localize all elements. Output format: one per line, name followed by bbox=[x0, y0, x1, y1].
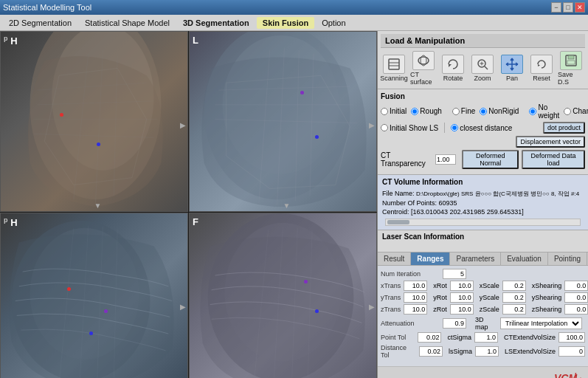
minimize-button[interactable]: − bbox=[551, 2, 561, 13]
displacement-vector-button[interactable]: Displacement vector bbox=[516, 136, 585, 148]
zrot-input[interactable] bbox=[450, 304, 474, 315]
attenuation-label: Attenuation bbox=[381, 320, 440, 327]
menu-3d-segmentation[interactable]: 3D Segmentation bbox=[177, 17, 255, 29]
ranges-content: Num Iteration xTrans xRot xScale xSheari… bbox=[378, 266, 588, 366]
viewport-topleft-label: p H bbox=[4, 35, 18, 47]
menu-2d-segmentation[interactable]: 2D Segmentation bbox=[3, 17, 77, 29]
tab-parameters[interactable]: Parameters bbox=[450, 252, 501, 265]
initial-rough-group: Initial Rough bbox=[381, 107, 442, 115]
fine-nonrigid-group: Fine NonRigid bbox=[452, 107, 519, 115]
tool-zoom[interactable]: Zoom bbox=[469, 55, 496, 82]
zshearing-input[interactable] bbox=[564, 304, 588, 315]
ct-transparency-value[interactable]: 1.00 bbox=[435, 154, 456, 165]
svg-rect-42 bbox=[568, 55, 574, 59]
svg-text:I: I bbox=[575, 372, 577, 378]
xscale-input[interactable] bbox=[502, 281, 526, 291]
deformed-data-load-button[interactable]: Deformed Data load bbox=[522, 150, 585, 169]
tool-icons-bar: Scanning CT surface Rotate bbox=[381, 51, 585, 86]
svg-line-37 bbox=[485, 66, 488, 69]
close-button[interactable]: ✕ bbox=[575, 2, 585, 13]
zscale-input[interactable] bbox=[502, 304, 526, 315]
yscale-input[interactable] bbox=[502, 292, 526, 303]
menu-statistical-shape[interactable]: Statistical Shape Model bbox=[79, 17, 176, 29]
yshearing-input[interactable] bbox=[564, 292, 588, 303]
xscale-label: xScale bbox=[480, 282, 499, 289]
ct-extend-input[interactable] bbox=[558, 332, 585, 343]
ct-extend-label: CTExtendVolSize bbox=[504, 334, 556, 341]
tab-evaluation[interactable]: Evaluation bbox=[501, 252, 548, 265]
arrow-right-bottomright: ▶ bbox=[369, 303, 375, 311]
xshearing-input[interactable] bbox=[564, 281, 588, 291]
viewport-topright[interactable]: L ▶ ▼ bbox=[189, 31, 377, 212]
ct-horizontal-scrollbar[interactable] bbox=[385, 219, 581, 226]
arrow-right-topleft: ▶ bbox=[180, 121, 186, 129]
tab-pointing[interactable]: Pointing bbox=[548, 252, 587, 265]
svg-rect-43 bbox=[567, 61, 575, 64]
fine-radio[interactable]: Fine bbox=[452, 107, 475, 115]
xtrans-input[interactable] bbox=[404, 281, 427, 291]
viewport-topright-label: L bbox=[193, 35, 198, 46]
num-iteration-input[interactable] bbox=[443, 269, 466, 279]
distance-tol-input[interactable] bbox=[419, 346, 443, 357]
tool-pan[interactable]: Pan bbox=[499, 55, 525, 82]
distance-tol-label: Distance Tol bbox=[381, 344, 416, 359]
tool-ct-surface[interactable]: CT surface bbox=[410, 51, 437, 86]
tab-result[interactable]: Result bbox=[378, 252, 411, 265]
dot-product-button[interactable]: dot product bbox=[543, 122, 585, 134]
ct-centroid-label: Centroid: bbox=[382, 208, 409, 216]
num-iteration-row: Num Iteration bbox=[381, 269, 585, 279]
footer-logo-area: VCM I 2018 VCMI Lab, All rights reserved bbox=[378, 366, 588, 378]
ytrans-row: yTrans yRot yScale yShearing bbox=[381, 292, 585, 303]
chamfer-radio[interactable]: Chamfer bbox=[564, 107, 588, 115]
xrot-input[interactable] bbox=[450, 281, 474, 291]
yrot-input[interactable] bbox=[450, 292, 474, 303]
ytrans-input[interactable] bbox=[404, 292, 427, 303]
viewport-bottomleft[interactable]: p H ▶ ▼ bbox=[0, 213, 188, 379]
ct-numpoints-row: Number Of Points: 60935 bbox=[382, 199, 584, 208]
arrow-down-topright: ▼ bbox=[283, 202, 291, 210]
ct-numpoints-label: Number Of Points: bbox=[382, 199, 437, 207]
trilinear-select[interactable]: Trilinear Interpolation bbox=[500, 317, 582, 329]
point-tol-input[interactable] bbox=[418, 332, 441, 343]
fusion-header: Fusion bbox=[381, 92, 585, 100]
attenuation-input[interactable] bbox=[443, 318, 466, 329]
dot-red-topleft bbox=[60, 113, 63, 117]
viewport-topleft[interactable]: p H ▶ ▼ bbox=[0, 31, 188, 212]
ct-transparency-label: CT Transparency bbox=[381, 151, 432, 168]
ztrans-row: zTrans zRot zScale zShearing bbox=[381, 304, 585, 315]
maximize-button[interactable]: □ bbox=[563, 2, 573, 13]
ls-extend-input[interactable] bbox=[558, 346, 585, 357]
noweight-radio[interactable]: No weight bbox=[529, 103, 559, 120]
ls-sigma-input[interactable] bbox=[475, 346, 499, 357]
ct-volume-section: CT Volume Information File Name: D:\Drop… bbox=[378, 175, 588, 230]
tab-ranges[interactable]: Ranges bbox=[411, 252, 450, 265]
zoom-icon bbox=[471, 55, 494, 74]
save-icon bbox=[560, 51, 582, 70]
closest-distance-radio[interactable]: closest distance bbox=[451, 124, 512, 132]
ct-centroid-row: Centroid: [163.010043 202.431985 259.645… bbox=[382, 207, 584, 217]
menu-bar: 2D Segmentation Statistical Shape Model … bbox=[0, 15, 588, 31]
deformed-normal-button[interactable]: Deformed Normal bbox=[462, 150, 519, 169]
rough-radio[interactable]: Rough bbox=[411, 107, 441, 115]
yscale-label: yScale bbox=[480, 294, 499, 301]
tool-save[interactable]: Save D.S bbox=[558, 51, 584, 86]
num-iteration-label: Num Iteration bbox=[381, 270, 440, 278]
menu-skin-fusion[interactable]: Skin Fusion bbox=[257, 17, 314, 29]
tool-rotate[interactable]: Rotate bbox=[440, 55, 466, 82]
nonrigid-radio[interactable]: NonRigid bbox=[480, 107, 519, 115]
menu-option[interactable]: Option bbox=[316, 17, 351, 29]
initial-show-ls-radio[interactable]: Initial Show LS bbox=[381, 124, 438, 132]
scanning-icon bbox=[383, 55, 405, 74]
laser-scan-section: Laser Scan Information bbox=[378, 230, 588, 252]
point-tol-label: Point Tol bbox=[381, 334, 415, 341]
dot-purple-bottomright bbox=[304, 280, 308, 284]
ls-sigma-label: lsSigma bbox=[449, 348, 472, 355]
svg-marker-35 bbox=[449, 64, 452, 67]
fusion-row-2: Initial Show LS closest distance dot pro… bbox=[381, 122, 585, 134]
tool-reset[interactable]: Reset bbox=[528, 55, 555, 82]
ct-sigma-input[interactable] bbox=[474, 332, 498, 343]
initial-radio[interactable]: Initial bbox=[381, 107, 407, 115]
tool-scanning[interactable]: Scanning bbox=[381, 55, 407, 82]
viewport-bottomright[interactable]: F Non-rigid Registration ▶ ▼ bbox=[189, 213, 377, 379]
ztrans-input[interactable] bbox=[404, 304, 427, 315]
